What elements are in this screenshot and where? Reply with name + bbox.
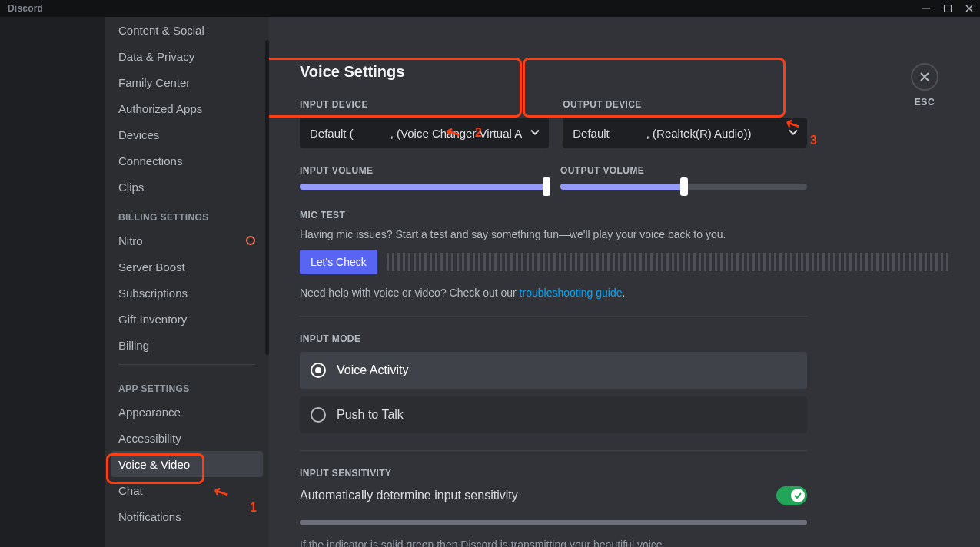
- mic-test-header: MIC TEST: [300, 210, 949, 220]
- select-value-prefix: Default (: [310, 127, 354, 140]
- mic-test-description: Having mic issues? Start a test and say …: [300, 228, 949, 240]
- divider: [300, 450, 807, 451]
- svg-rect-1: [945, 5, 952, 12]
- output-volume-label: OUTPUT VOLUME: [560, 165, 807, 176]
- radio-icon: [311, 407, 326, 423]
- sidebar-item-label: Data & Privacy: [118, 50, 194, 63]
- minimize-button[interactable]: [915, 0, 937, 17]
- close-settings-button[interactable]: [911, 63, 938, 91]
- sidebar-item-label: Connections: [118, 154, 182, 167]
- mode-label: Push to Talk: [337, 408, 404, 422]
- app-name: Discord: [8, 3, 43, 14]
- output-device-label: OUTPUT DEVICE: [563, 99, 807, 110]
- sidebar-item-subscriptions[interactable]: Subscriptions: [111, 280, 263, 306]
- page-title: Voice Settings: [300, 63, 949, 81]
- redacted-text: [355, 127, 389, 139]
- sidebar-category-billing: BILLING SETTINGS: [111, 200, 263, 227]
- sensitivity-note: If the indicator is solid green then Dis…: [300, 539, 807, 547]
- sidebar-item-label: Nitro: [118, 234, 143, 247]
- sidebar-item-gift-inventory[interactable]: Gift Inventory: [111, 306, 263, 332]
- sidebar-item-family-center[interactable]: Family Center: [111, 69, 263, 95]
- sidebar-item-label: Voice & Video: [118, 458, 190, 471]
- select-value-suffix: , (Voice Changer Virtual A: [390, 127, 523, 140]
- sidebar-item-billing[interactable]: Billing: [111, 332, 263, 358]
- maximize-button[interactable]: [937, 0, 958, 17]
- input-device-label: INPUT DEVICE: [300, 99, 549, 110]
- check-icon: [793, 491, 802, 500]
- svg-rect-0: [922, 8, 930, 9]
- sidebar-item-nitro[interactable]: Nitro: [111, 227, 263, 254]
- titlebar: Discord: [0, 0, 980, 17]
- mic-test-meter: [387, 253, 949, 271]
- input-mode-push-to-talk[interactable]: Push to Talk: [300, 396, 807, 433]
- input-device-select[interactable]: Default (, (Voice Changer Virtual A: [300, 118, 549, 148]
- sidebar-item-label: Family Center: [118, 76, 190, 89]
- sidebar-item-label: Chat: [118, 484, 143, 497]
- select-value-prefix: Default: [573, 127, 610, 140]
- slider-grabber[interactable]: [680, 177, 688, 196]
- sidebar-item-label: Authorized Apps: [118, 102, 202, 115]
- sidebar-item-appearance[interactable]: Appearance: [111, 399, 263, 425]
- content-area: ESC Voice Settings INPUT DEVICE Default …: [269, 17, 980, 547]
- sidebar-item-data-privacy[interactable]: Data & Privacy: [111, 43, 263, 69]
- left-rail: [0, 17, 105, 547]
- output-volume-slider[interactable]: [560, 184, 807, 190]
- divider: [300, 316, 807, 317]
- sidebar-item-label: Gift Inventory: [118, 313, 187, 326]
- sidebar-item-label: Appearance: [118, 406, 181, 419]
- chevron-down-icon: [528, 125, 542, 141]
- input-mode-header: INPUT MODE: [300, 333, 807, 344]
- sidebar-divider: [118, 364, 255, 365]
- output-device-select[interactable]: Default , (Realtek(R) Audio)): [563, 118, 807, 148]
- sidebar-item-server-boost[interactable]: Server Boost: [111, 254, 263, 280]
- sidebar-item-chat[interactable]: Chat: [111, 477, 263, 503]
- sidebar-item-accessibility[interactable]: Accessibility: [111, 425, 263, 451]
- sensitivity-meter: [300, 520, 807, 525]
- sensitivity-toggle-label: Automatically determine input sensitivit…: [300, 489, 518, 502]
- sidebar-item-connections[interactable]: Connections: [111, 148, 263, 174]
- sidebar-item-clips[interactable]: Clips: [111, 174, 263, 200]
- redacted-text: [611, 127, 645, 139]
- esc-label: ESC: [915, 97, 935, 108]
- sidebar-item-devices[interactable]: Devices: [111, 121, 263, 148]
- sidebar-item-notifications[interactable]: Notifications: [111, 503, 263, 529]
- close-icon: [919, 71, 931, 83]
- sidebar-item-voice-video[interactable]: Voice & Video: [111, 451, 263, 477]
- nitro-badge-icon: [246, 236, 255, 245]
- sidebar-item-label: Clips: [118, 181, 144, 194]
- chevron-down-icon: [786, 125, 800, 141]
- mic-test-button[interactable]: Let's Check: [300, 250, 377, 274]
- troubleshooting-link[interactable]: troubleshooting guide: [520, 287, 623, 299]
- radio-icon: [311, 363, 326, 378]
- sidebar-item-authorized-apps[interactable]: Authorized Apps: [111, 95, 263, 121]
- input-volume-label: INPUT VOLUME: [300, 165, 546, 176]
- sidebar-item-label: Server Boost: [118, 260, 185, 274]
- input-volume-slider[interactable]: [300, 184, 546, 190]
- slider-grabber[interactable]: [543, 177, 550, 196]
- settings-sidebar: Content & Social Data & Privacy Family C…: [105, 17, 269, 547]
- annotation-number: 3: [810, 134, 817, 148]
- select-value-suffix: , (Realtek(R) Audio)): [646, 127, 752, 140]
- window-close-button[interactable]: [958, 0, 980, 17]
- window-controls: [915, 0, 980, 17]
- sidebar-item-content-social[interactable]: Content & Social: [111, 17, 263, 43]
- input-sensitivity-header: INPUT SENSITIVITY: [300, 468, 807, 479]
- close-settings-area: ESC: [911, 63, 938, 108]
- sensitivity-toggle[interactable]: [776, 486, 807, 505]
- mic-help-text: Need help with voice or video? Check out…: [300, 287, 949, 299]
- sidebar-item-label: Notifications: [118, 510, 181, 523]
- sidebar-item-label: Subscriptions: [118, 287, 188, 300]
- sidebar-item-label: Content & Social: [118, 24, 204, 37]
- mode-label: Voice Activity: [337, 363, 408, 377]
- input-mode-voice-activity[interactable]: Voice Activity: [300, 352, 807, 389]
- sidebar-item-label: Accessibility: [118, 432, 181, 445]
- sidebar-item-label: Devices: [118, 128, 159, 141]
- sidebar-item-label: Billing: [118, 339, 149, 352]
- sidebar-category-app: APP SETTINGS: [111, 371, 263, 399]
